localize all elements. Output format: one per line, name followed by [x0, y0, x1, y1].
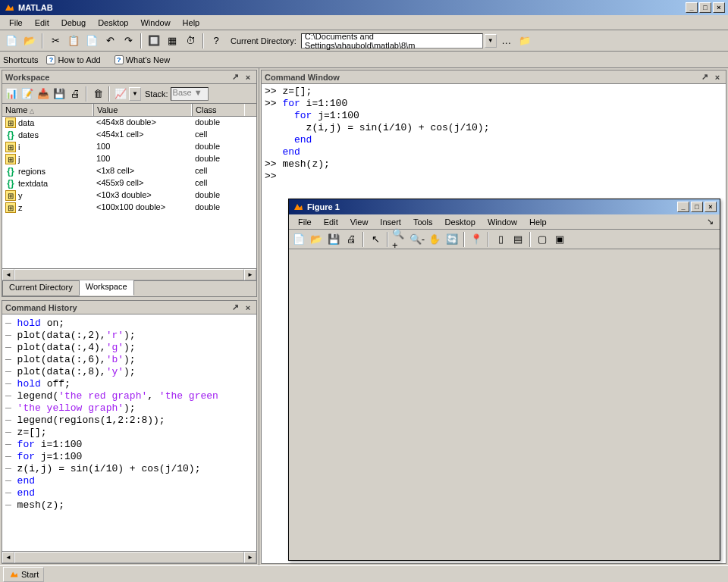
- fig-menu-tools[interactable]: Tools: [407, 216, 439, 228]
- fig-open-icon[interactable]: 📂: [308, 231, 325, 248]
- fig-rotate-icon[interactable]: 🔄: [444, 231, 460, 248]
- stack-select[interactable]: Base ▼: [171, 87, 209, 101]
- fig-zoomin-icon[interactable]: 🔍+: [391, 231, 408, 248]
- history-line[interactable]: end: [5, 475, 253, 487]
- fig-show-icon[interactable]: ▣: [551, 231, 568, 248]
- history-line[interactable]: hold on;: [5, 318, 253, 330]
- workspace-row[interactable]: {}textdata<455x9 cell>cell: [2, 177, 256, 189]
- fig-dock-icon[interactable]: ↘: [704, 215, 717, 228]
- current-directory-input[interactable]: C:\Documents and Settings\ahaubold\matla…: [301, 33, 483, 48]
- figure-axes[interactable]: [289, 249, 720, 560]
- fig-maximize-button[interactable]: □: [691, 202, 703, 212]
- menu-debug[interactable]: Debug: [55, 17, 92, 29]
- menu-desktop[interactable]: Desktop: [92, 17, 134, 29]
- close-panel-icon[interactable]: ×: [712, 72, 723, 83]
- workspace-row[interactable]: {}regions<1x8 cell>cell: [2, 165, 256, 177]
- history-line[interactable]: for i=1:100: [5, 439, 253, 451]
- paste-icon[interactable]: 📄: [83, 33, 100, 49]
- fig-minimize-button[interactable]: _: [677, 202, 689, 212]
- col-value[interactable]: Value: [93, 104, 192, 116]
- history-line[interactable]: 'the yellow graph');: [5, 402, 253, 415]
- save-icon[interactable]: 💾: [52, 86, 67, 102]
- shortcut-howto[interactable]: ?How to Add: [41, 54, 105, 66]
- fig-menu-file[interactable]: File: [292, 216, 318, 228]
- fig-edit-icon[interactable]: ↖: [367, 231, 384, 248]
- undock-icon[interactable]: ↗: [699, 72, 710, 83]
- fig-legend-icon[interactable]: ▤: [510, 231, 526, 248]
- menu-file[interactable]: File: [3, 17, 29, 29]
- col-class[interactable]: Class: [192, 104, 245, 116]
- fig-menu-edit[interactable]: Edit: [318, 216, 344, 228]
- workspace-row[interactable]: ⊞y<10x3 double>double: [2, 189, 256, 202]
- history-line[interactable]: for j=1:100: [5, 451, 253, 463]
- directory-dropdown[interactable]: ▼: [485, 34, 497, 48]
- fig-zoomout-icon[interactable]: 🔍-: [409, 231, 425, 248]
- import-icon[interactable]: 📥: [36, 86, 51, 102]
- figure-window[interactable]: Figure 1 _ □ × File Edit View Insert Too…: [288, 199, 720, 561]
- plot-dropdown[interactable]: ▼: [129, 87, 141, 101]
- open-var-icon[interactable]: 📝: [20, 86, 35, 102]
- fig-colorbar-icon[interactable]: ▯: [492, 231, 509, 248]
- history-line[interactable]: legend(regions(1,2:2:8));: [5, 415, 253, 427]
- close-panel-icon[interactable]: ×: [243, 72, 253, 83]
- fig-datacursor-icon[interactable]: 📍: [468, 231, 485, 248]
- workspace-row[interactable]: ⊞i100double: [2, 141, 256, 153]
- open-icon[interactable]: 📂: [21, 33, 38, 49]
- history-line[interactable]: mesh(z);: [5, 499, 253, 512]
- fig-hide-icon[interactable]: ▢: [534, 231, 551, 248]
- minimize-button[interactable]: _: [686, 2, 698, 13]
- up-folder-icon[interactable]: 📁: [516, 33, 533, 49]
- new-var-icon[interactable]: 📊: [4, 86, 19, 102]
- menu-edit[interactable]: Edit: [29, 17, 55, 29]
- command-history-body[interactable]: hold on;plot(data(:,2),'r');plot(data(:,…: [2, 314, 256, 551]
- history-line[interactable]: end: [5, 487, 253, 499]
- cut-icon[interactable]: ✂: [47, 33, 64, 49]
- history-hscroll[interactable]: ◄►: [2, 551, 256, 563]
- fig-pan-icon[interactable]: ✋: [426, 231, 443, 248]
- shortcut-whatsnew[interactable]: ?What's New: [109, 54, 175, 66]
- col-name[interactable]: Name △: [2, 104, 93, 116]
- start-button[interactable]: Start: [3, 567, 44, 582]
- undo-icon[interactable]: ↶: [102, 33, 118, 49]
- menu-window[interactable]: Window: [134, 17, 176, 29]
- delete-var-icon[interactable]: 🗑: [90, 86, 105, 102]
- fig-menu-desktop[interactable]: Desktop: [439, 216, 482, 228]
- fig-new-icon[interactable]: 📄: [290, 231, 307, 248]
- workspace-hscroll[interactable]: ◄►: [2, 268, 256, 280]
- close-panel-icon[interactable]: ×: [243, 302, 253, 313]
- workspace-row[interactable]: ⊞j100double: [2, 153, 256, 165]
- menu-help[interactable]: Help: [177, 17, 206, 29]
- history-line[interactable]: z(i,j) = sin(i/10) + cos(j/10);: [5, 463, 253, 475]
- fig-menu-help[interactable]: Help: [523, 216, 553, 228]
- workspace-row[interactable]: ⊞z<100x100 double>double: [2, 202, 256, 214]
- fig-menu-insert[interactable]: Insert: [374, 216, 407, 228]
- history-line[interactable]: plot(data(:,6),'b');: [5, 354, 253, 366]
- history-line[interactable]: legend('the red graph', 'the green: [5, 390, 253, 402]
- fig-save-icon[interactable]: 💾: [325, 231, 342, 248]
- plot-icon[interactable]: 📈: [113, 86, 128, 102]
- guide-icon[interactable]: ▦: [164, 33, 180, 49]
- fig-print-icon[interactable]: 🖨: [343, 231, 359, 248]
- close-button[interactable]: ×: [713, 2, 725, 13]
- history-line[interactable]: plot(data(:,4),'g');: [5, 342, 253, 354]
- fig-menu-window[interactable]: Window: [482, 216, 523, 228]
- undock-icon[interactable]: ↗: [230, 72, 240, 83]
- profiler-icon[interactable]: ⏱: [182, 33, 199, 49]
- new-file-icon[interactable]: 📄: [3, 33, 20, 49]
- undock-icon[interactable]: ↗: [230, 302, 240, 313]
- simulink-icon[interactable]: 🔲: [146, 33, 162, 49]
- copy-icon[interactable]: 📋: [65, 33, 82, 49]
- browse-icon[interactable]: …: [498, 33, 515, 49]
- tab-workspace[interactable]: Workspace: [79, 280, 134, 296]
- history-line[interactable]: plot(data(:,2),'r');: [5, 330, 253, 342]
- history-line[interactable]: plot(data(:,8),'y');: [5, 366, 253, 378]
- help-icon[interactable]: ?: [208, 33, 224, 49]
- workspace-row[interactable]: ⊞data<454x8 double>double: [2, 117, 256, 129]
- fig-close-button[interactable]: ×: [704, 202, 717, 212]
- tab-current-directory[interactable]: Current Directory: [2, 281, 80, 296]
- redo-icon[interactable]: ↷: [120, 33, 136, 49]
- print-icon[interactable]: 🖨: [67, 86, 83, 102]
- history-line[interactable]: z=[];: [5, 427, 253, 439]
- maximize-button[interactable]: □: [699, 2, 711, 13]
- history-line[interactable]: hold off;: [5, 378, 253, 390]
